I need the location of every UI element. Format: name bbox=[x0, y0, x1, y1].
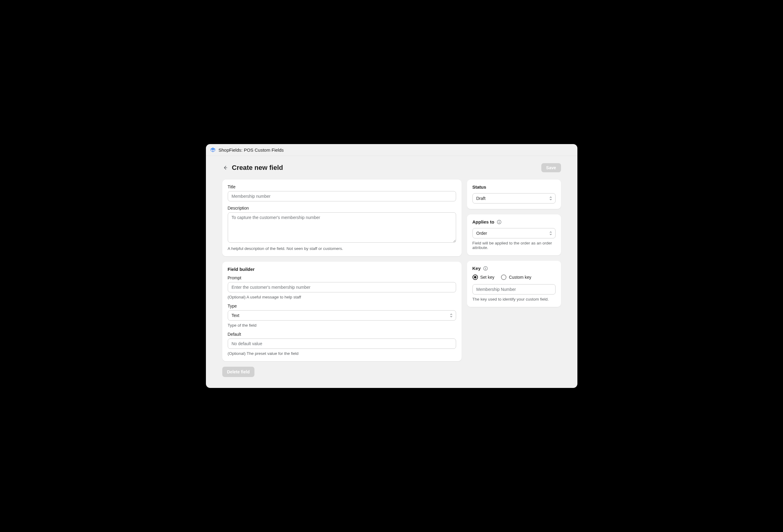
field-description: Description A helpful description of the… bbox=[228, 206, 456, 251]
description-label: Description bbox=[228, 206, 456, 211]
description-helper: A helpful description of the field. Not … bbox=[228, 246, 456, 251]
type-select-value: Text bbox=[232, 313, 240, 318]
type-helper: Type of the field bbox=[228, 323, 456, 327]
status-heading: Status bbox=[472, 184, 556, 190]
app-window: ShopFields: POS Custom Fields Create new… bbox=[206, 144, 577, 388]
page-header-left: Create new field bbox=[222, 164, 283, 172]
applies-select[interactable]: Order bbox=[472, 228, 556, 239]
key-heading-text: Key bbox=[472, 266, 481, 271]
card-basic-info: Title Description A helpful description … bbox=[222, 180, 462, 256]
title-label: Title bbox=[228, 184, 456, 189]
app-title: ShopFields: POS Custom Fields bbox=[219, 148, 284, 153]
radio-custom-key-label: Custom key bbox=[509, 275, 531, 280]
type-label: Type bbox=[228, 304, 456, 309]
arrow-left-icon bbox=[223, 165, 228, 170]
title-input[interactable] bbox=[228, 191, 456, 201]
layout-grid: Title Description A helpful description … bbox=[222, 180, 561, 377]
info-icon[interactable] bbox=[497, 220, 502, 224]
applies-heading-text: Applies to bbox=[472, 219, 495, 224]
key-radio-group: Set key Custom key bbox=[472, 275, 556, 280]
card-key: Key Set key bbox=[467, 261, 561, 307]
description-input[interactable] bbox=[228, 212, 456, 243]
radio-icon bbox=[472, 275, 478, 280]
page-header: Create new field Save bbox=[222, 163, 561, 172]
field-title: Title bbox=[228, 184, 456, 201]
applies-helper: Field will be applied to the order as an… bbox=[472, 241, 556, 250]
main-column: Title Description A helpful description … bbox=[222, 180, 462, 377]
key-input[interactable] bbox=[472, 284, 556, 294]
svg-marker-0 bbox=[211, 148, 215, 150]
info-icon[interactable] bbox=[483, 266, 488, 271]
card-status: Status Draft bbox=[467, 180, 561, 209]
card-applies-to: Applies to Order bbox=[467, 214, 561, 255]
select-caret-icon bbox=[549, 231, 552, 236]
radio-set-key[interactable]: Set key bbox=[472, 275, 495, 280]
card-field-builder: Field builder Prompt (Optional) A useful… bbox=[222, 262, 462, 361]
builder-heading: Field builder bbox=[228, 267, 456, 272]
type-select[interactable]: Text bbox=[228, 310, 456, 321]
radio-icon bbox=[501, 275, 506, 280]
title-bar: ShopFields: POS Custom Fields bbox=[206, 144, 577, 156]
key-helper: The key used to identify your custom fie… bbox=[472, 297, 556, 302]
page-title: Create new field bbox=[232, 164, 283, 172]
status-select-value: Draft bbox=[476, 196, 486, 201]
back-button[interactable] bbox=[222, 165, 228, 171]
select-caret-icon bbox=[549, 196, 552, 200]
status-heading-text: Status bbox=[472, 184, 487, 190]
save-button[interactable]: Save bbox=[541, 163, 561, 172]
radio-set-key-label: Set key bbox=[480, 275, 495, 280]
prompt-label: Prompt bbox=[228, 275, 456, 280]
radio-custom-key[interactable]: Custom key bbox=[501, 275, 531, 280]
default-helper: (Optional) The preset value for the fiel… bbox=[228, 351, 456, 356]
svg-point-7 bbox=[485, 267, 486, 268]
field-prompt: Prompt (Optional) A useful message to he… bbox=[228, 275, 456, 300]
delete-field-button[interactable]: Delete field bbox=[222, 367, 255, 377]
side-column: Status Draft Applies to bbox=[467, 180, 561, 307]
status-select[interactable]: Draft bbox=[472, 193, 556, 204]
applies-select-value: Order bbox=[476, 231, 487, 236]
field-default: Default (Optional) The preset value for … bbox=[228, 332, 456, 356]
prompt-helper: (Optional) A useful message to help staf… bbox=[228, 295, 456, 300]
field-type: Type Text Type of the field bbox=[228, 304, 456, 327]
page-content: Create new field Save Title Description … bbox=[206, 156, 577, 388]
app-icon bbox=[210, 147, 216, 153]
default-label: Default bbox=[228, 332, 456, 337]
svg-point-4 bbox=[499, 221, 499, 221]
select-caret-icon bbox=[450, 313, 453, 318]
key-heading: Key bbox=[472, 266, 556, 271]
default-input[interactable] bbox=[228, 339, 456, 349]
applies-heading: Applies to bbox=[472, 219, 556, 224]
prompt-input[interactable] bbox=[228, 282, 456, 292]
